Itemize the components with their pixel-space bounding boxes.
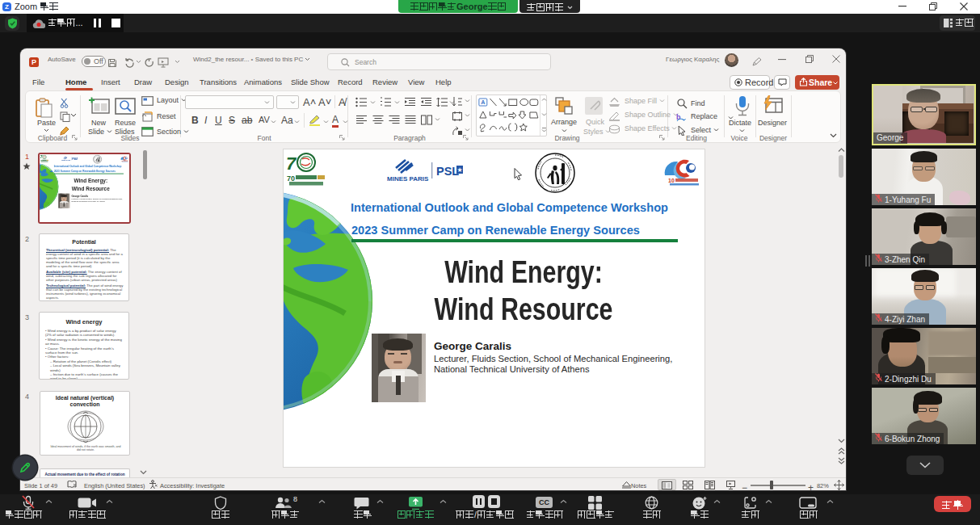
svg-text:A: A [481,99,486,106]
svg-text:★: ★ [457,166,463,174]
svg-text:10: 10 [121,161,123,162]
svg-text:7: 7 [286,153,297,174]
svg-text:MINES PARIS: MINES PARIS [61,159,71,161]
svg-text:MINES PARIS: MINES PARIS [387,175,429,183]
svg-text:PSL: PSL [436,165,459,178]
svg-text:b: b [676,113,681,121]
svg-text:70: 70 [287,174,295,183]
svg-text:★: ★ [77,158,78,159]
svg-text:10: 10 [668,178,675,183]
svg-text:70: 70 [40,159,42,161]
